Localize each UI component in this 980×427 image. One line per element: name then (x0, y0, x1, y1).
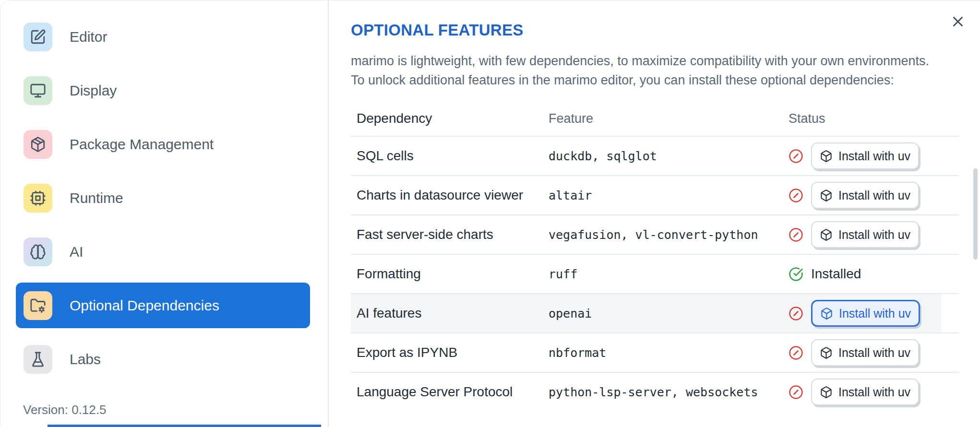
package-box-icon (820, 346, 833, 359)
install-with-uv-button[interactable]: Install with uv (811, 339, 919, 366)
circle-x-icon (789, 149, 803, 164)
optional-features-panel: OPTIONAL FEATURES marimo is lightweight,… (330, 0, 980, 427)
dependencies-table: Dependency Feature Status SQL cells duck… (351, 101, 959, 411)
feature-packages: nbformat (549, 346, 789, 360)
install-button-label: Install with uv (838, 149, 910, 163)
settings-nav: Editor Display Package Management Runtim… (0, 0, 328, 382)
folder-cog-icon (24, 291, 52, 320)
settings-dialog: Editor Display Package Management Runtim… (0, 0, 980, 427)
sidebar-item-label: Package Management (70, 136, 214, 153)
package-box-icon (820, 228, 833, 241)
sidebar-item-label: AI (70, 244, 83, 260)
status-cell: Install with uv Installed (789, 182, 959, 209)
description-line: To unlock additional features in the mar… (351, 71, 959, 90)
dependency-name: Export as IPYNB (351, 345, 549, 360)
app-footer-strip (48, 425, 321, 427)
status-cell: Install with uv Installed (789, 221, 959, 248)
scrollbar-thumb[interactable] (973, 168, 978, 260)
table-row: Fast server-side charts vegafusion, vl-c… (351, 214, 959, 254)
installed-label: Installed (811, 266, 861, 282)
sidebar-item-label: Display (70, 83, 117, 99)
sidebar-item-label: Editor (70, 29, 107, 45)
dependency-name: Fast server-side charts (351, 227, 549, 242)
settings-sidebar: Editor Display Package Management Runtim… (0, 0, 329, 427)
status-cell: Install with uv Installed (789, 339, 959, 366)
table-row: SQL cells duckdb, sqlglot Install with u… (351, 136, 959, 175)
sidebar-item-label: Optional Dependencies (70, 297, 219, 314)
install-with-uv-button[interactable]: Install with uv (811, 379, 919, 405)
sidebar-item-package-management[interactable]: Package Management (16, 121, 310, 167)
feature-packages: vegafusion, vl-convert-python (549, 228, 789, 242)
description: marimo is lightweight, with few dependen… (351, 51, 959, 90)
install-button-label: Install with uv (838, 189, 910, 202)
circle-check-icon (789, 267, 803, 282)
table-row: Charts in datasource viewer altair Insta… (351, 175, 959, 214)
install-button-label: Install with uv (838, 228, 910, 242)
circle-x-icon (789, 227, 803, 242)
install-button-label: Install with uv (838, 385, 910, 399)
circle-x-icon (789, 188, 803, 203)
dependency-name: Formatting (351, 266, 549, 282)
close-icon[interactable] (948, 12, 968, 31)
install-with-uv-button[interactable]: Install with uv (811, 182, 919, 209)
sidebar-item-runtime[interactable]: Runtime (16, 175, 310, 221)
dependency-name: Language Server Protocol (351, 384, 549, 400)
install-with-uv-button[interactable]: Install with uv (811, 300, 920, 327)
table-row: Formatting ruff Install with uv Installe… (351, 254, 959, 293)
column-header-status: Status (789, 111, 959, 126)
status-cell: Install with uv Installed (789, 266, 959, 282)
sidebar-item-label: Runtime (70, 190, 123, 206)
sidebar-item-display[interactable]: Display (16, 68, 310, 113)
feature-packages: duckdb, sqlglot (549, 149, 789, 163)
sidebar-item-labs[interactable]: Labs (16, 336, 310, 382)
status-cell: Install with uv Installed (789, 142, 959, 169)
table-body: SQL cells duckdb, sqlglot Install with u… (351, 136, 959, 411)
table-row: Export as IPYNB nbformat Install with uv… (351, 332, 959, 372)
description-line: marimo is lightweight, with few dependen… (351, 51, 959, 71)
circle-x-icon (789, 345, 803, 360)
package-box-icon (820, 150, 833, 163)
sidebar-item-ai[interactable]: AI (16, 229, 310, 274)
table-header: Dependency Feature Status (351, 101, 959, 136)
install-with-uv-button[interactable]: Install with uv (811, 221, 919, 248)
version-label: Version: 0.12.5 (23, 403, 106, 417)
flask-icon (24, 345, 52, 374)
column-header-feature: Feature (549, 111, 789, 126)
sidebar-item-editor[interactable]: Editor (16, 14, 310, 59)
package-box-icon (820, 386, 833, 399)
circle-x-icon (789, 385, 803, 400)
package-icon (24, 130, 52, 159)
install-button-label: Install with uv (839, 307, 911, 320)
edit-icon (24, 23, 52, 51)
status-cell: Install with uv Installed (789, 379, 959, 405)
monitor-icon (24, 76, 52, 105)
package-box-icon (820, 307, 833, 320)
feature-packages: openai (549, 307, 789, 320)
column-header-dependency: Dependency (351, 111, 549, 126)
brain-icon (24, 237, 52, 266)
feature-packages: python-lsp-server, websockets (549, 385, 789, 399)
circle-x-icon (789, 306, 803, 321)
status-cell: Install with uv Installed (789, 300, 959, 327)
feature-packages: ruff (549, 267, 789, 281)
sidebar-item-label: Labs (70, 351, 101, 368)
table-row: Language Server Protocol python-lsp-serv… (351, 372, 959, 411)
page-title: OPTIONAL FEATURES (351, 21, 959, 40)
install-button-label: Install with uv (838, 346, 910, 360)
cpu-icon (24, 184, 52, 213)
package-box-icon (820, 189, 833, 202)
dependency-name: AI features (351, 306, 549, 321)
dependency-name: Charts in datasource viewer (351, 188, 549, 203)
table-row: AI features openai Install with uv Insta… (351, 293, 959, 332)
feature-packages: altair (549, 189, 789, 202)
sidebar-item-optional-dependencies[interactable]: Optional Dependencies (16, 283, 310, 328)
install-with-uv-button[interactable]: Install with uv (811, 142, 919, 169)
dependency-name: SQL cells (351, 148, 549, 164)
